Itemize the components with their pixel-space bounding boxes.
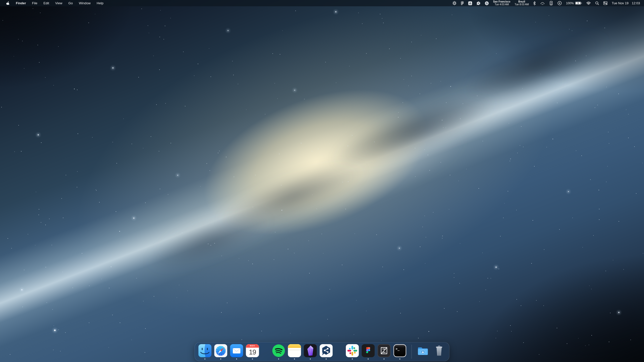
running-indicator (294, 358, 295, 359)
control-center-icon[interactable] (603, 1, 608, 5)
dock: NOV 19 (195, 342, 450, 361)
menu-bar-date: Tue Nov 19 (612, 1, 629, 5)
running-indicator (252, 358, 253, 359)
dock-app-obsidian[interactable] (304, 344, 317, 359)
running-indicator (220, 358, 221, 359)
bluetooth-icon[interactable] (533, 1, 536, 5)
menu-help[interactable]: Help (97, 1, 103, 5)
running-indicator (439, 358, 440, 359)
obsidian-icon (304, 344, 317, 357)
menu-bar-clock[interactable]: Tue Nov 19 12:03 (612, 1, 640, 5)
running-indicator (423, 358, 424, 359)
dock-app-finder[interactable] (198, 344, 212, 359)
menu-bar: Finder File Edit View Go Window Help (0, 0, 644, 6)
mail-icon (230, 344, 243, 357)
running-indicator (326, 358, 327, 359)
triangle-app-icon[interactable] (468, 1, 472, 5)
dock-folder-downloads[interactable] (417, 344, 430, 359)
running-indicator (205, 358, 206, 359)
clock-city: San Francisco (493, 1, 510, 3)
clock-city: Brazil (515, 1, 529, 3)
spotlight-search-icon[interactable] (595, 1, 599, 5)
dock-app-figma[interactable] (362, 344, 375, 359)
apple-menu-icon[interactable] (6, 1, 10, 6)
battery-status[interactable]: 100% (566, 2, 582, 5)
battery-icon (575, 2, 582, 5)
menu-file[interactable]: File (32, 1, 37, 5)
menu-bar-time: 12:03 (632, 1, 640, 5)
downloads-folder-icon (417, 344, 430, 357)
dock-app-spotify[interactable] (272, 344, 285, 359)
menu-finder[interactable]: Finder (16, 1, 26, 5)
calendar-month: NOV (246, 344, 259, 348)
menu-view[interactable]: View (55, 1, 62, 5)
grammarly-icon[interactable]: G (485, 1, 489, 5)
running-indicator (352, 358, 353, 359)
running-indicator (368, 358, 369, 359)
safari-icon (214, 344, 227, 357)
dock-spacer (262, 345, 269, 358)
finder-icon (198, 344, 212, 357)
dock-trash[interactable] (433, 344, 446, 359)
hexagon-share-icon[interactable] (476, 1, 480, 5)
notes-icon (288, 344, 301, 357)
calendar-day: 19 (246, 348, 259, 357)
dock-app-notes[interactable] (288, 344, 301, 359)
terminal-icon: >_ (393, 344, 407, 357)
menu-bar-left: Finder File Edit View Go Window Help (6, 1, 103, 6)
running-indicator (399, 358, 400, 359)
trash-icon (433, 344, 446, 357)
menu-window[interactable]: Window (79, 1, 91, 5)
starburst-icon[interactable] (452, 1, 457, 5)
running-indicator (278, 358, 279, 359)
running-indicator (384, 358, 385, 359)
dock-app-hexagon-share[interactable] (320, 344, 333, 359)
dock-spacer (336, 345, 343, 358)
dock-app-calendar[interactable]: NOV 19 (246, 344, 259, 359)
terminal-prompt: >_ (396, 347, 400, 351)
dock-app-safari[interactable] (214, 344, 227, 359)
now-playing-icon[interactable] (557, 1, 562, 5)
hexagon-share-app-icon (320, 344, 333, 357)
iphone-mirroring-icon[interactable] (549, 1, 553, 5)
wallpaper-galaxy (0, 0, 644, 362)
desktop: Finder File Edit View Go Window Help (0, 0, 644, 362)
spotify-icon (272, 344, 285, 357)
dock-app-mail[interactable] (230, 344, 243, 359)
dots-arc-icon[interactable] (540, 2, 545, 5)
running-indicator (310, 358, 311, 359)
dock-app-terminal[interactable]: >_ (393, 344, 407, 359)
calendar-icon: NOV 19 (246, 344, 259, 357)
menu-bar-status: G San Francisco Tue 4:03 AM Brazil Tue 8… (452, 1, 640, 6)
dock-app-slack[interactable] (346, 344, 359, 359)
menu-go[interactable]: Go (68, 1, 73, 5)
running-indicator (236, 358, 237, 359)
world-clock-san-francisco[interactable]: San Francisco Tue 4:03 AM (493, 1, 510, 6)
svg-text:G: G (486, 2, 488, 5)
battery-percent: 100% (566, 2, 574, 5)
world-clock-brazil[interactable]: Brazil Tue 8:03 AM (515, 1, 529, 6)
notes-yellow-band (288, 344, 301, 348)
dock-app-zed[interactable] (378, 344, 391, 359)
clock-time: Tue 4:03 AM (493, 3, 510, 6)
clock-time: Tue 8:03 AM (515, 3, 529, 6)
figma-icon[interactable] (461, 1, 464, 5)
menu-edit[interactable]: Edit (44, 1, 49, 5)
slack-icon (346, 344, 359, 357)
zed-icon (378, 344, 391, 357)
notes-rule-line (288, 350, 301, 350)
wifi-icon[interactable] (586, 2, 591, 5)
dock-separator (412, 345, 412, 359)
figma-icon-dock (362, 344, 375, 357)
